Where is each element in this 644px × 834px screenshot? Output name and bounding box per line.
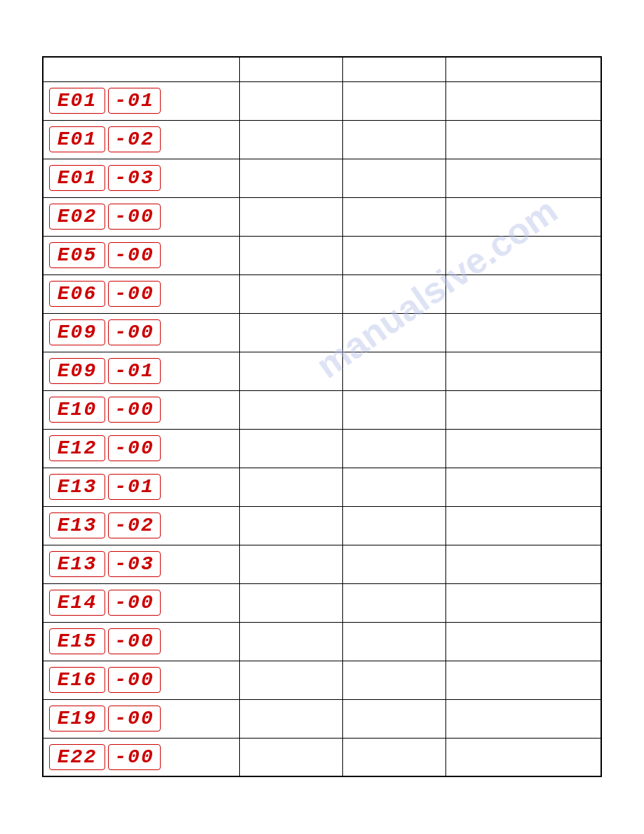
- table-row: E05-00: [43, 236, 601, 274]
- col-3-cell: [342, 738, 445, 776]
- table-row: E06-00: [43, 274, 601, 313]
- col-3-cell: [342, 390, 445, 429]
- col-2-cell: [239, 661, 342, 699]
- col-3-cell: [342, 622, 445, 661]
- col-4-cell: [446, 506, 601, 545]
- error-code-table: E01-01E01-02E01-03E02-00E05-00E06-00E09-…: [42, 56, 602, 777]
- lcd-code: E15: [49, 628, 105, 654]
- error-code-cell: E02-00: [43, 197, 239, 236]
- col-2-cell: [239, 390, 342, 429]
- error-code-cell: E16-00: [43, 661, 239, 699]
- col-2-cell: [239, 274, 342, 313]
- table-row: E01-03: [43, 159, 601, 197]
- col-4-cell: [446, 352, 601, 390]
- col-3-cell: [342, 274, 445, 313]
- error-code-cell: E09-00: [43, 313, 239, 352]
- lcd-sub: -00: [108, 242, 161, 268]
- lcd-sub: -02: [108, 512, 161, 538]
- lcd-code: E14: [49, 590, 105, 616]
- error-code-cell: E13-03: [43, 545, 239, 583]
- col-4-cell: [446, 236, 601, 274]
- header-col-4: [446, 57, 601, 81]
- lcd-code: E13: [49, 474, 105, 500]
- table-row: E19-00: [43, 699, 601, 738]
- lcd-sub: -01: [108, 88, 161, 114]
- header-col-3: [342, 57, 445, 81]
- col-3-cell: [342, 352, 445, 390]
- col-4-cell: [446, 81, 601, 120]
- lcd-sub: -00: [108, 319, 161, 345]
- col-2-cell: [239, 197, 342, 236]
- error-code-cell: E15-00: [43, 622, 239, 661]
- col-3-cell: [342, 429, 445, 468]
- lcd-code: E10: [49, 397, 105, 423]
- col-4-cell: [446, 545, 601, 583]
- col-2-cell: [239, 159, 342, 197]
- error-code-cell: E09-01: [43, 352, 239, 390]
- col-2-cell: [239, 622, 342, 661]
- table-row: E13-01: [43, 468, 601, 506]
- col-3-cell: [342, 661, 445, 699]
- col-2-cell: [239, 699, 342, 738]
- table-row: E22-00: [43, 738, 601, 776]
- lcd-sub: -00: [108, 590, 161, 616]
- lcd-code: E09: [49, 319, 105, 345]
- lcd-sub: -03: [108, 551, 161, 577]
- col-4-cell: [446, 622, 601, 661]
- lcd-code: E12: [49, 435, 105, 461]
- col-2-cell: [239, 81, 342, 120]
- error-code-cell: E01-03: [43, 159, 239, 197]
- col-4-cell: [446, 699, 601, 738]
- error-code-cell: E01-01: [43, 81, 239, 120]
- error-code-cell: E10-00: [43, 390, 239, 429]
- col-2-cell: [239, 583, 342, 622]
- col-4-cell: [446, 390, 601, 429]
- col-3-cell: [342, 159, 445, 197]
- lcd-code: E13: [49, 551, 105, 577]
- col-4-cell: [446, 583, 601, 622]
- table-header-row: [43, 57, 601, 81]
- col-4-cell: [446, 661, 601, 699]
- col-2-cell: [239, 236, 342, 274]
- table-row: E16-00: [43, 661, 601, 699]
- lcd-sub: -00: [108, 204, 161, 230]
- lcd-sub: -02: [108, 126, 161, 152]
- col-2-cell: [239, 313, 342, 352]
- lcd-code: E13: [49, 512, 105, 538]
- table-row: E09-00: [43, 313, 601, 352]
- lcd-code: E22: [49, 744, 105, 770]
- lcd-sub: -00: [108, 744, 161, 770]
- col-4-cell: [446, 120, 601, 159]
- col-4-cell: [446, 159, 601, 197]
- col-2-cell: [239, 429, 342, 468]
- lcd-code: E16: [49, 667, 105, 693]
- col-2-cell: [239, 120, 342, 159]
- lcd-code: E06: [49, 281, 105, 307]
- lcd-code: E05: [49, 242, 105, 268]
- lcd-code: E01: [49, 126, 105, 152]
- lcd-sub: -01: [108, 474, 161, 500]
- col-3-cell: [342, 120, 445, 159]
- col-4-cell: [446, 313, 601, 352]
- table-row: E14-00: [43, 583, 601, 622]
- error-code-cell: E01-02: [43, 120, 239, 159]
- lcd-code: E01: [49, 88, 105, 114]
- lcd-sub: -00: [108, 281, 161, 307]
- lcd-sub: -00: [108, 667, 161, 693]
- table-row: E15-00: [43, 622, 601, 661]
- lcd-sub: -00: [108, 706, 161, 732]
- col-4-cell: [446, 468, 601, 506]
- col-3-cell: [342, 236, 445, 274]
- table-row: E13-03: [43, 545, 601, 583]
- table-row: E01-01: [43, 81, 601, 120]
- error-code-cell: E06-00: [43, 274, 239, 313]
- col-2-cell: [239, 738, 342, 776]
- header-col-1: [43, 57, 239, 81]
- main-container: manualsive.com E01-01E01-02E01-03E02-00E…: [42, 56, 602, 777]
- col-3-cell: [342, 545, 445, 583]
- error-code-cell: E12-00: [43, 429, 239, 468]
- col-4-cell: [446, 738, 601, 776]
- lcd-sub: -00: [108, 435, 161, 461]
- table-row: E12-00: [43, 429, 601, 468]
- col-3-cell: [342, 81, 445, 120]
